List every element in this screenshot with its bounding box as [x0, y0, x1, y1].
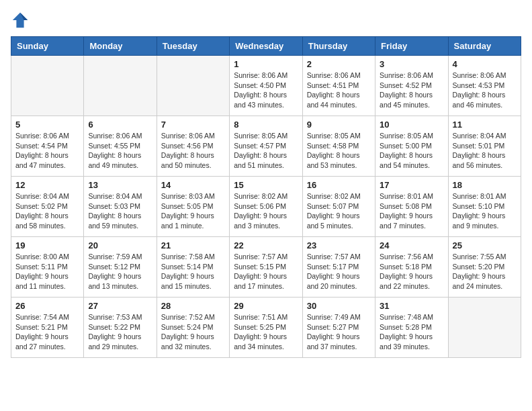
- day-info: Sunrise: 7:59 AM Sunset: 5:12 PM Dayligh…: [88, 252, 152, 291]
- day-number: 31: [380, 301, 443, 311]
- calendar-cell: 19Sunrise: 8:00 AM Sunset: 5:11 PM Dayli…: [11, 237, 84, 298]
- calendar-cell: 1Sunrise: 8:06 AM Sunset: 4:50 PM Daylig…: [230, 56, 302, 116]
- calendar-cell: 5Sunrise: 8:06 AM Sunset: 4:54 PM Daylig…: [11, 116, 84, 177]
- day-info: Sunrise: 8:06 AM Sunset: 4:53 PM Dayligh…: [453, 71, 517, 110]
- calendar-cell: 6Sunrise: 8:06 AM Sunset: 4:55 PM Daylig…: [84, 116, 157, 177]
- calendar-cell: 29Sunrise: 7:51 AM Sunset: 5:25 PM Dayli…: [230, 298, 302, 358]
- day-info: Sunrise: 8:04 AM Sunset: 5:01 PM Dayligh…: [453, 131, 517, 171]
- day-number: 2: [307, 59, 371, 69]
- calendar-cell: 22Sunrise: 7:57 AM Sunset: 5:15 PM Dayli…: [230, 237, 302, 298]
- day-number: 10: [380, 120, 443, 130]
- calendar-cell: 26Sunrise: 7:54 AM Sunset: 5:21 PM Dayli…: [11, 298, 84, 358]
- calendar-cell: 11Sunrise: 8:04 AM Sunset: 5:01 PM Dayli…: [448, 116, 521, 177]
- header-wednesday: Wednesday: [230, 37, 302, 56]
- calendar-cell: 25Sunrise: 7:55 AM Sunset: 5:20 PM Dayli…: [448, 237, 521, 298]
- day-number: 17: [380, 180, 443, 190]
- day-info: Sunrise: 7:56 AM Sunset: 5:18 PM Dayligh…: [380, 252, 443, 291]
- day-number: 9: [307, 120, 371, 130]
- calendar-header-row: SundayMondayTuesdayWednesdayThursdayFrid…: [11, 37, 521, 56]
- calendar-cell: 24Sunrise: 7:56 AM Sunset: 5:18 PM Dayli…: [375, 237, 448, 298]
- calendar-cell: 28Sunrise: 7:52 AM Sunset: 5:24 PM Dayli…: [157, 298, 229, 358]
- calendar-cell: 27Sunrise: 7:53 AM Sunset: 5:22 PM Dayli…: [84, 298, 157, 358]
- day-number: 5: [15, 120, 79, 130]
- calendar-cell: 16Sunrise: 8:02 AM Sunset: 5:07 PM Dayli…: [302, 177, 375, 237]
- calendar-cell: 18Sunrise: 8:01 AM Sunset: 5:10 PM Dayli…: [448, 177, 521, 237]
- day-info: Sunrise: 8:06 AM Sunset: 4:56 PM Dayligh…: [161, 131, 225, 171]
- calendar-table: SundayMondayTuesdayWednesdayThursdayFrid…: [11, 36, 521, 358]
- day-info: Sunrise: 7:53 AM Sunset: 5:22 PM Dayligh…: [88, 312, 152, 352]
- header-tuesday: Tuesday: [157, 37, 229, 56]
- calendar-cell: 2Sunrise: 8:06 AM Sunset: 4:51 PM Daylig…: [302, 56, 375, 116]
- week-row-2: 5Sunrise: 8:06 AM Sunset: 4:54 PM Daylig…: [11, 116, 521, 177]
- day-number: 28: [161, 301, 225, 311]
- calendar-cell: 13Sunrise: 8:04 AM Sunset: 5:03 PM Dayli…: [84, 177, 157, 237]
- day-info: Sunrise: 8:02 AM Sunset: 5:07 PM Dayligh…: [307, 191, 371, 231]
- day-info: Sunrise: 8:05 AM Sunset: 4:58 PM Dayligh…: [307, 131, 371, 171]
- day-number: 7: [161, 120, 225, 130]
- day-number: 18: [453, 180, 517, 190]
- day-number: 26: [15, 301, 79, 311]
- day-number: 25: [453, 240, 517, 250]
- day-number: 11: [453, 120, 517, 130]
- day-number: 1: [234, 59, 298, 69]
- week-row-1: 1Sunrise: 8:06 AM Sunset: 4:50 PM Daylig…: [11, 56, 521, 116]
- calendar-cell: 4Sunrise: 8:06 AM Sunset: 4:53 PM Daylig…: [448, 56, 521, 116]
- calendar-cell: 3Sunrise: 8:06 AM Sunset: 4:52 PM Daylig…: [375, 56, 448, 116]
- day-info: Sunrise: 8:00 AM Sunset: 5:11 PM Dayligh…: [15, 252, 79, 291]
- calendar-cell: 7Sunrise: 8:06 AM Sunset: 4:56 PM Daylig…: [157, 116, 229, 177]
- day-number: 20: [88, 240, 152, 250]
- calendar-cell: [11, 56, 84, 116]
- calendar-cell: 30Sunrise: 7:49 AM Sunset: 5:27 PM Dayli…: [302, 298, 375, 358]
- day-number: 15: [234, 180, 298, 190]
- calendar-cell: [157, 56, 229, 116]
- day-info: Sunrise: 8:06 AM Sunset: 4:52 PM Dayligh…: [380, 71, 443, 110]
- day-number: 6: [88, 120, 152, 130]
- day-info: Sunrise: 8:06 AM Sunset: 4:55 PM Dayligh…: [88, 131, 152, 171]
- header-friday: Friday: [375, 37, 448, 56]
- day-number: 30: [307, 301, 371, 311]
- calendar-cell: 31Sunrise: 7:48 AM Sunset: 5:28 PM Dayli…: [375, 298, 448, 358]
- header-thursday: Thursday: [302, 37, 375, 56]
- header-saturday: Saturday: [448, 37, 521, 56]
- week-row-3: 12Sunrise: 8:04 AM Sunset: 5:02 PM Dayli…: [11, 177, 521, 237]
- day-number: 4: [453, 59, 517, 69]
- day-info: Sunrise: 7:54 AM Sunset: 5:21 PM Dayligh…: [15, 312, 79, 352]
- header-monday: Monday: [84, 37, 157, 56]
- calendar-cell: 14Sunrise: 8:03 AM Sunset: 5:05 PM Dayli…: [157, 177, 229, 237]
- day-info: Sunrise: 7:57 AM Sunset: 5:17 PM Dayligh…: [307, 252, 371, 291]
- day-info: Sunrise: 7:48 AM Sunset: 5:28 PM Dayligh…: [380, 312, 443, 352]
- day-info: Sunrise: 8:02 AM Sunset: 5:06 PM Dayligh…: [234, 191, 298, 231]
- day-info: Sunrise: 8:01 AM Sunset: 5:08 PM Dayligh…: [380, 191, 443, 231]
- week-row-5: 26Sunrise: 7:54 AM Sunset: 5:21 PM Dayli…: [11, 298, 521, 358]
- day-info: Sunrise: 7:55 AM Sunset: 5:20 PM Dayligh…: [453, 252, 517, 291]
- calendar-cell: [84, 56, 157, 116]
- day-info: Sunrise: 7:58 AM Sunset: 5:14 PM Dayligh…: [161, 252, 225, 291]
- day-number: 22: [234, 240, 298, 250]
- day-number: 21: [161, 240, 225, 250]
- day-number: 3: [380, 59, 443, 69]
- day-number: 24: [380, 240, 443, 250]
- calendar-cell: 12Sunrise: 8:04 AM Sunset: 5:02 PM Dayli…: [11, 177, 84, 237]
- page-header: [11, 11, 521, 30]
- day-info: Sunrise: 8:05 AM Sunset: 5:00 PM Dayligh…: [380, 131, 443, 171]
- day-info: Sunrise: 8:03 AM Sunset: 5:05 PM Dayligh…: [161, 191, 225, 231]
- day-number: 12: [15, 180, 79, 190]
- day-info: Sunrise: 8:06 AM Sunset: 4:51 PM Dayligh…: [307, 71, 371, 110]
- day-info: Sunrise: 8:01 AM Sunset: 5:10 PM Dayligh…: [453, 191, 517, 231]
- day-number: 8: [234, 120, 298, 130]
- day-number: 29: [234, 301, 298, 311]
- day-info: Sunrise: 7:51 AM Sunset: 5:25 PM Dayligh…: [234, 312, 298, 352]
- day-info: Sunrise: 8:06 AM Sunset: 4:50 PM Dayligh…: [234, 71, 298, 110]
- calendar-cell: 10Sunrise: 8:05 AM Sunset: 5:00 PM Dayli…: [375, 116, 448, 177]
- day-number: 23: [307, 240, 371, 250]
- calendar-cell: 9Sunrise: 8:05 AM Sunset: 4:58 PM Daylig…: [302, 116, 375, 177]
- day-number: 14: [161, 180, 225, 190]
- calendar-cell: [448, 298, 521, 358]
- logo-icon: [11, 11, 30, 30]
- day-info: Sunrise: 8:04 AM Sunset: 5:03 PM Dayligh…: [88, 191, 152, 231]
- day-info: Sunrise: 7:49 AM Sunset: 5:27 PM Dayligh…: [307, 312, 371, 352]
- calendar-cell: 21Sunrise: 7:58 AM Sunset: 5:14 PM Dayli…: [157, 237, 229, 298]
- day-number: 19: [15, 240, 79, 250]
- logo: [11, 11, 32, 30]
- day-number: 27: [88, 301, 152, 311]
